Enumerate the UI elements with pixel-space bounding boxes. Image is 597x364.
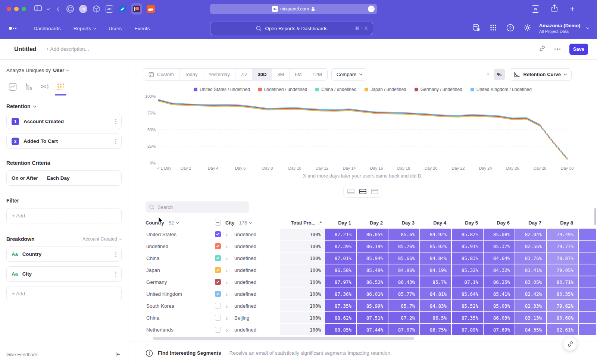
column-header-total-sorted[interactable]: Total Pro...↓1 [280,220,325,226]
row-checkbox[interactable] [215,315,221,321]
project-switcher[interactable]: Amazonia {Demo} All Project Data [539,23,581,34]
retention-value-cell[interactable]: 87.01% [325,252,356,264]
collapse-sidebar-icon[interactable] [115,351,121,359]
share-link-fab[interactable] [563,337,577,351]
expand-row-chevron-icon[interactable] [225,267,234,273]
retention-criteria-card[interactable]: On or After Each Day [6,170,122,186]
more-options-button[interactable] [554,48,561,50]
retention-value-cell[interactable]: 86.19% [357,241,388,252]
retention-value-cell[interactable]: 85.03% [484,300,515,311]
retention-value-cell[interactable]: 85.99% [357,300,388,311]
breakdown-options-kebab-icon[interactable] [115,272,116,277]
nav-item-events[interactable]: Events [134,26,150,31]
breakdown-options-kebab-icon[interactable] [115,252,116,257]
total-percent-cell[interactable]: 100% [280,252,325,264]
add-filter-button[interactable]: + Add [6,208,122,223]
retention-value-cell[interactable]: 82.42% [515,288,546,299]
column-header-country[interactable]: Country52 [146,220,215,226]
share-icon[interactable] [551,4,558,13]
table-row[interactable]: ChinaBeijing100%88.62%87.51%87.2%86.5%87… [146,312,596,324]
extension-browser-icon[interactable] [118,4,127,13]
legend-item[interactable]: Japan / undefined [365,87,406,92]
retention-value-cell[interactable]: 85.94% [357,252,388,264]
percent-toggle-button[interactable]: % [494,69,505,80]
legend-item[interactable]: United States / undefined [194,87,250,92]
column-header-day[interactable]: Day 7 [515,220,547,226]
retention-value-cell[interactable]: 86.03% [484,312,515,323]
date-range-custom[interactable]: Custom [143,69,179,80]
date-range-6m[interactable]: 6M [290,69,307,80]
retention-value-cell[interactable]: 85.49% [357,264,388,276]
date-range-30d[interactable]: 30D [252,69,272,80]
retention-value-cell[interactable]: 86.5% [420,312,451,323]
add-breakdown-button[interactable]: + Add [6,286,122,301]
retention-value-cell[interactable]: 88.62% [325,312,356,323]
column-header-city[interactable]: City176 [225,220,280,226]
retention-value-cell[interactable]: 81.41% [515,264,546,276]
extension-cube-icon[interactable] [92,4,101,13]
criteria-on-or-after[interactable]: On or After [12,175,38,181]
extension-js-icon[interactable]: JS [105,4,114,13]
retention-value-cell[interactable]: 85.82% [452,229,483,240]
retention-value-cell[interactable]: 84.96% [388,264,419,276]
select-all-checkbox[interactable] [215,220,225,226]
retention-value-cell[interactable]: 86.25% [484,276,515,288]
scrollbar-thumb[interactable] [153,337,414,340]
retention-value-cell[interactable]: 85.77% [388,288,419,299]
total-percent-cell[interactable]: 100% [280,324,325,335]
breakdown-scope-selector[interactable]: Account Created [82,236,122,242]
nav-item-users[interactable]: Users [109,26,122,31]
retention-value-cell[interactable]: 86.52% [357,276,388,288]
event-card-added-to-cart[interactable]: 2 Added To Cart [6,134,122,149]
total-percent-cell[interactable]: 100% [280,312,325,323]
help-icon[interactable]: ? [506,24,514,33]
retention-value-cell[interactable]: 87.51% [357,312,388,323]
table-only-view-button[interactable] [369,187,380,196]
total-percent-cell[interactable]: 100% [280,264,325,276]
vertical-scrollbar-thumb[interactable] [594,208,596,225]
date-range-today[interactable]: Today [179,69,203,80]
legend-item[interactable]: Germany / undefined [415,87,462,92]
retention-value-cell[interactable]: 85.76% [388,241,419,252]
new-tab-button[interactable]: + [570,5,575,13]
retention-value-cell[interactable]: 84.83% [420,300,451,311]
retention-value-cell[interactable]: 83.05% [515,276,546,288]
retention-value-cell[interactable]: 85.37% [484,241,515,252]
retention-value-cell[interactable]: 82.04% [515,229,546,240]
retention-value-cell[interactable]: 85.6% [388,229,419,240]
retention-value-cell[interactable]: 87.21% [325,229,356,240]
extension-ring-icon[interactable] [66,4,75,13]
retention-value-cell[interactable]: 87.36% [325,288,356,299]
event-options-kebab-icon[interactable] [115,139,116,144]
zoom-window-button[interactable] [22,7,26,11]
retention-value-cell[interactable]: 86.75% [420,324,451,335]
column-header-day[interactable]: Day 3 [388,220,420,226]
retention-value-cell[interactable]: 80.68% [547,312,578,323]
notion-extension-icon[interactable]: N [532,5,539,13]
retention-value-cell[interactable]: 87.35% [325,300,356,311]
expand-row-chevron-icon[interactable] [225,231,234,238]
total-percent-cell[interactable]: 100% [280,241,325,252]
chart-type-selector[interactable]: Retention Curve [509,68,572,81]
table-row[interactable]: Japanundefined100%86.58%85.49%84.96%84.1… [146,264,596,276]
split-view-button[interactable] [357,187,368,196]
retention-value-cell[interactable]: 85.41% [484,288,515,299]
active-tab-patreon-icon[interactable] [131,3,142,15]
retention-value-cell[interactable]: 85.64% [452,288,483,299]
row-checkbox[interactable] [215,327,221,333]
give-feedback-link[interactable]: Give Feedback [6,352,38,357]
retention-value-cell[interactable]: 79.49% [547,229,578,240]
total-percent-cell[interactable]: 100% [280,288,325,299]
retention-value-cell[interactable]: 82.33% [515,300,546,311]
date-range-12m[interactable]: 12M [307,69,327,80]
table-row[interactable]: South Koreaundefined100%87.35%85.99%85.7… [146,300,596,312]
retention-curve-chart[interactable]: 100%75%50%25%0%< 1 DayDay 2Day 4Day 6Day… [142,93,582,171]
save-button[interactable]: Save [569,44,588,55]
retention-value-cell[interactable]: 84.92% [420,229,451,240]
extension-avatar-icon[interactable]: m [79,4,88,13]
retention-value-cell[interactable]: 85.32% [452,264,483,276]
expand-row-chevron-icon[interactable] [225,314,234,321]
breakdown-card-country[interactable]: Aa Country [6,247,122,262]
back-button[interactable] [57,6,60,12]
row-checkbox[interactable] [215,291,221,297]
